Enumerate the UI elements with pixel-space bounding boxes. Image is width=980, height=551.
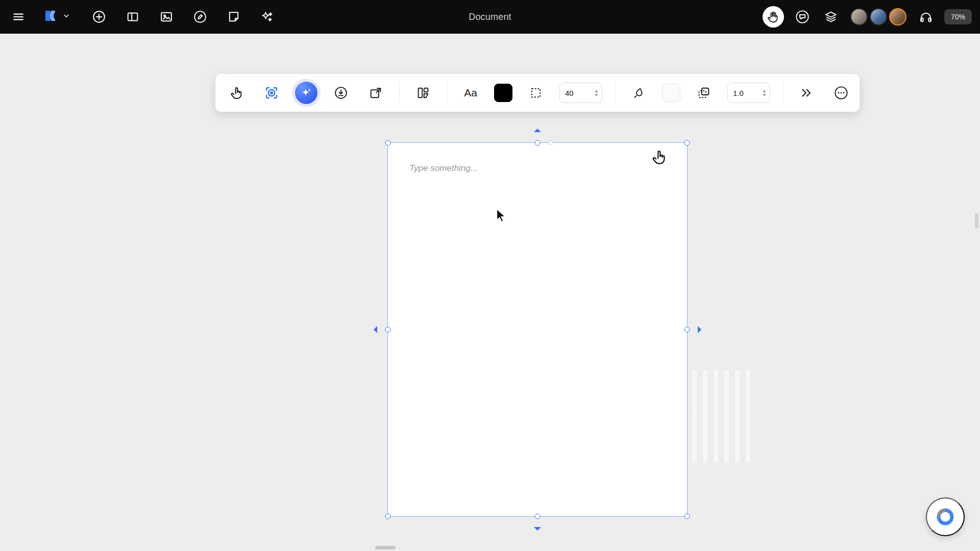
sparkles-icon[interactable] (257, 7, 278, 27)
duplicate-icon[interactable] (693, 82, 715, 104)
document-title: Document (469, 12, 511, 22)
watermark-pattern (692, 370, 752, 463)
layers-icon[interactable] (821, 7, 841, 27)
resize-handle-w[interactable] (385, 327, 391, 333)
resize-frame-icon[interactable] (364, 82, 387, 104)
chevron-down-icon (62, 12, 70, 22)
resize-handle-n[interactable] (535, 140, 541, 146)
context-toolbar: Aa ▴ ▾ (215, 74, 860, 112)
expand-arrow-up[interactable] (534, 129, 541, 132)
o-ring-icon (935, 507, 955, 527)
divider (399, 82, 400, 104)
headphones-icon[interactable] (916, 7, 936, 27)
expand-arrow-left[interactable] (374, 326, 377, 333)
sticky-note-icon[interactable] (224, 7, 244, 27)
resize-handle-s[interactable] (535, 514, 541, 519)
font-size-value[interactable] (565, 89, 586, 97)
ai-sparkles-icon[interactable] (295, 82, 317, 104)
font-size-stepper[interactable]: ▴ ▾ (595, 89, 598, 97)
frame-placeholder-text[interactable]: Type something... (409, 163, 478, 173)
horizontal-scrollbar[interactable] (375, 546, 396, 549)
avatar[interactable] (889, 8, 906, 26)
divider (615, 82, 615, 104)
text-style-button[interactable]: Aa (459, 82, 482, 104)
assistant-logo-button[interactable] (926, 497, 965, 536)
topbar-left-group (8, 7, 278, 27)
opacity-stepper[interactable]: ▴ ▾ (763, 89, 766, 97)
text-style-label: Aa (464, 87, 477, 99)
download-icon[interactable] (330, 82, 352, 104)
border-style-icon[interactable] (525, 82, 547, 104)
resize-handle-ne[interactable] (684, 140, 690, 146)
expand-arrow-right[interactable] (698, 326, 701, 333)
expand-toolbar-icon[interactable] (795, 82, 818, 104)
resize-handle-se[interactable] (684, 514, 690, 519)
fill-style-icon[interactable] (627, 82, 650, 104)
vertical-scrollbar[interactable] (975, 213, 978, 229)
media-icon[interactable] (156, 7, 177, 27)
text-color-swatch[interactable] (494, 84, 512, 102)
shapes-icon[interactable] (412, 82, 434, 104)
app-logo-icon (43, 9, 58, 24)
app-screen: Document (0, 0, 980, 551)
divider (782, 82, 783, 104)
add-circle-icon[interactable] (89, 7, 109, 27)
camera-focus-icon[interactable] (260, 82, 283, 104)
hamburger-menu-icon[interactable] (8, 7, 29, 27)
stepper-down-icon[interactable]: ▾ (763, 93, 766, 97)
opacity-input[interactable]: ▴ ▾ (727, 83, 770, 103)
resize-handle-nw[interactable] (385, 140, 391, 146)
collaborator-hand-cursor-icon (651, 149, 668, 167)
topbar-right-group: 70% (763, 6, 972, 28)
font-size-input[interactable]: ▴ ▾ (559, 83, 602, 103)
topbar: Document (0, 0, 980, 34)
app-logo-group[interactable] (43, 9, 70, 24)
templates-icon[interactable] (122, 7, 143, 27)
more-options-icon[interactable] (830, 82, 852, 104)
topbar-tools (89, 7, 278, 27)
fill-color-swatch[interactable] (662, 84, 680, 102)
rotate-handle[interactable] (549, 141, 553, 145)
comment-icon[interactable] (792, 7, 813, 27)
avatar[interactable] (850, 8, 868, 26)
collaborator-avatars (850, 8, 906, 26)
document-frame[interactable]: Type something... (387, 142, 688, 517)
draw-pen-icon[interactable] (190, 7, 210, 27)
expand-arrow-down[interactable] (534, 527, 541, 531)
opacity-value[interactable] (733, 89, 754, 97)
pointer-hand-icon[interactable] (226, 82, 248, 104)
resize-handle-e[interactable] (684, 327, 690, 333)
avatar[interactable] (870, 8, 887, 26)
zoom-level-badge[interactable]: 70% (944, 9, 972, 24)
hand-tool-icon[interactable] (763, 6, 784, 28)
resize-handle-sw[interactable] (385, 514, 391, 519)
stepper-down-icon[interactable]: ▾ (595, 93, 598, 97)
divider (447, 82, 447, 104)
mouse-cursor-icon (494, 208, 507, 226)
